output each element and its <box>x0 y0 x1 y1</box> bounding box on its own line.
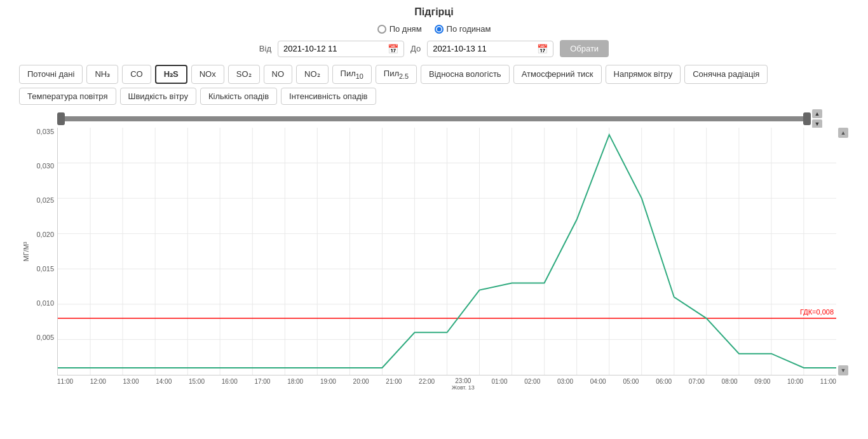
filter-row-1: Поточні дані NH₃ CO H₂S NOx SO₂ NO NO₂ П… <box>13 65 855 84</box>
scroll-bottom-arrow[interactable]: ▼ <box>838 365 848 375</box>
radio-label-hour: По годинам <box>447 24 491 34</box>
x-label-22: 10:00 <box>787 378 803 385</box>
filter-dust10[interactable]: Пил10 <box>332 65 372 84</box>
to-label: До <box>410 44 421 53</box>
scroll-up-arrow[interactable]: ▲ <box>812 109 822 118</box>
slider-handle-left[interactable] <box>57 112 65 125</box>
y-axis-title: МГ/М³ <box>22 241 29 261</box>
filter-so2[interactable]: SO₂ <box>228 65 260 84</box>
x-label-14: 02:00 <box>524 378 540 385</box>
x-label-12: 23:00Жовт. 13 <box>452 378 475 391</box>
calendar-to-icon[interactable]: 📅 <box>537 44 548 54</box>
scrollbar-arrows: ▲ ▼ <box>812 109 822 128</box>
y-axis-labels: 0,035 0,030 0,025 0,020 0,015 0,010 0,00… <box>32 128 57 375</box>
x-label-11: 22:00 <box>419 378 435 385</box>
chart-plot: ГДК=0,008 <box>57 128 836 375</box>
x-label-17: 05:00 <box>623 378 639 385</box>
x-label-5: 16:00 <box>222 378 238 385</box>
filter-humidity[interactable]: Відносна вологість <box>421 65 510 84</box>
date-to-input[interactable] <box>433 44 534 53</box>
filter-solar[interactable]: Сонячна радіація <box>684 65 768 84</box>
filter-precip-count[interactable]: Кількість опадів <box>200 88 277 105</box>
slider-handle-right[interactable] <box>803 112 811 125</box>
y-label-2: 0,010 <box>36 299 54 307</box>
y-label-0 <box>52 368 54 375</box>
page-title: Підгірці <box>13 6 855 18</box>
x-label-0: 11:00 <box>57 378 73 385</box>
right-scrollbar: ▲ ▼ <box>837 128 849 375</box>
x-label-19: 07:00 <box>689 378 705 385</box>
x-label-15: 03:00 <box>557 378 573 385</box>
filter-temp[interactable]: Температура повітря <box>19 88 116 105</box>
filter-precip-intensity[interactable]: Інтенсивність опадів <box>281 88 376 105</box>
y-label-5: 0,025 <box>36 196 54 204</box>
x-label-9: 20:00 <box>353 378 369 385</box>
filter-no[interactable]: NO <box>264 65 293 84</box>
y-label-6: 0,030 <box>36 162 54 170</box>
scroll-top-arrow[interactable]: ▲ <box>838 128 848 138</box>
from-label: Від <box>259 44 271 53</box>
x-label-21: 09:00 <box>754 378 770 385</box>
radio-group: По дням По годинам <box>13 24 855 34</box>
date-from-input[interactable] <box>283 44 385 53</box>
x-axis: 11:00 12:00 13:00 14:00 15:00 16:00 17:0… <box>57 375 836 395</box>
page-container: Підгірці По дням По годинам Від 📅 До 📅 О… <box>0 0 868 439</box>
x-label-13: 01:00 <box>491 378 507 385</box>
filter-h2s[interactable]: H₂S <box>155 65 187 84</box>
filter-nox[interactable]: NOx <box>191 65 224 84</box>
refresh-button[interactable]: Обрати <box>560 40 609 57</box>
slider-track <box>57 116 811 121</box>
y-label-7: 0,035 <box>36 128 54 135</box>
filter-nh3[interactable]: NH₃ <box>86 65 118 84</box>
y-label-3: 0,015 <box>36 265 54 273</box>
gdk-label: ГДК=0,008 <box>800 308 834 316</box>
date-from-wrap: 📅 <box>278 41 404 57</box>
date-to-wrap: 📅 <box>427 41 553 57</box>
filter-pressure[interactable]: Атмосферний тиск <box>513 65 602 84</box>
scroll-down-arrow[interactable]: ▼ <box>812 119 822 128</box>
x-label-8: 19:00 <box>320 378 336 385</box>
x-label-18: 06:00 <box>656 378 672 385</box>
x-label-20: 08:00 <box>722 378 738 385</box>
filter-wind-speed[interactable]: Швидкість вітру <box>120 88 196 105</box>
x-label-7: 18:00 <box>287 378 303 385</box>
x-label-10: 21:00 <box>386 378 402 385</box>
chart-wrapper: МГ/М³ 0,035 0,030 0,025 0,020 0,015 0,01… <box>19 128 849 395</box>
chart-svg <box>58 128 836 375</box>
date-row: Від 📅 До 📅 Обрати <box>13 40 855 57</box>
radio-by-hour[interactable]: По годинам <box>435 24 491 34</box>
filter-dust25[interactable]: Пил2.5 <box>376 65 417 84</box>
filter-no2[interactable]: NO₂ <box>296 65 329 84</box>
x-label-1: 12:00 <box>90 378 106 385</box>
x-label-3: 14:00 <box>156 378 172 385</box>
calendar-from-icon[interactable]: 📅 <box>388 44 398 54</box>
radio-circle-day <box>377 25 386 34</box>
x-label-16: 04:00 <box>590 378 606 385</box>
filter-wind-dir[interactable]: Напрямок вітру <box>606 65 681 84</box>
chart-area: ▲ ▼ МГ/М³ 0,035 0,030 0,025 0,020 0,015 … <box>19 112 849 395</box>
radio-by-day[interactable]: По дням <box>377 24 422 34</box>
filter-row-2: Температура повітря Швидкість вітру Кіль… <box>13 88 855 105</box>
filter-co[interactable]: CO <box>122 65 151 84</box>
y-label-1: 0,005 <box>36 334 54 341</box>
x-label-6: 17:00 <box>254 378 270 385</box>
y-axis-title-container: МГ/М³ <box>19 128 32 375</box>
x-label-2: 13:00 <box>123 378 139 385</box>
x-label-4: 15:00 <box>189 378 205 385</box>
filter-current[interactable]: Поточні дані <box>19 65 83 84</box>
radio-circle-hour <box>435 25 444 34</box>
range-slider-container: ▲ ▼ <box>57 112 811 125</box>
y-label-4: 0,020 <box>36 231 54 238</box>
x-label-23: 11:00 <box>820 378 836 385</box>
radio-label-day: По дням <box>390 24 422 34</box>
